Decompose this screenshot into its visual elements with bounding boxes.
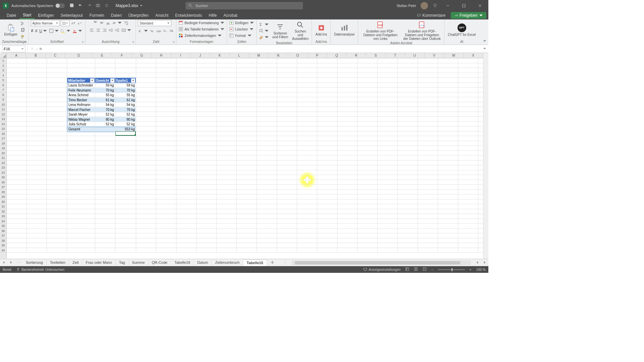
border-icon[interactable] — [49, 28, 59, 34]
col-header[interactable]: F — [112, 53, 132, 58]
row-header[interactable]: 10 — [0, 102, 6, 107]
comma-icon[interactable]: 000 — [156, 28, 161, 34]
menu-tab-überprüfen[interactable]: Überprüfen — [125, 12, 152, 19]
underline-icon[interactable]: U — [39, 28, 48, 34]
col-header[interactable]: O — [288, 53, 308, 58]
comments-button[interactable]: Kommentare — [414, 12, 449, 19]
row-header[interactable]: 17 — [0, 136, 6, 141]
col-header[interactable]: L — [230, 53, 249, 58]
sheet-tab[interactable]: Summe — [129, 259, 149, 266]
col-header[interactable]: G — [132, 53, 152, 58]
autosum-icon[interactable]: Σ — [259, 22, 269, 27]
qat-more-icon[interactable] — [104, 3, 109, 8]
row-header[interactable]: 24 — [0, 170, 6, 175]
col-header[interactable]: P — [308, 53, 327, 58]
format-cells-button[interactable]: Format — [229, 33, 252, 38]
vertical-scrollbar[interactable] — [483, 53, 488, 259]
decrease-indent-icon[interactable] — [108, 27, 114, 33]
view-normal-icon[interactable] — [405, 267, 409, 272]
search-box[interactable]: Suchen — [185, 2, 303, 9]
column-headers[interactable]: ABCDEFGHIJKLMNOPQRSTUVWX — [7, 53, 483, 58]
filter-icon[interactable] — [90, 78, 94, 82]
cell-styles-button[interactable]: Zellenformatvorlagen — [178, 33, 222, 38]
align-right-icon[interactable] — [102, 27, 107, 33]
align-left-icon[interactable] — [89, 27, 95, 33]
cancel-icon[interactable] — [30, 46, 35, 52]
cut-icon[interactable] — [20, 21, 25, 26]
fill-icon[interactable] — [259, 28, 269, 34]
row-header[interactable]: 22 — [0, 161, 6, 166]
sheet-tab[interactable]: Zeit — [69, 259, 82, 266]
align-bottom-icon[interactable] — [105, 20, 111, 25]
autosave-toggle[interactable]: Automatisches Speichern — [11, 3, 65, 8]
scroll-left-icon[interactable] — [474, 261, 481, 265]
filter-icon[interactable] — [131, 78, 135, 82]
minimize-button[interactable] — [442, 1, 453, 10]
row-header[interactable]: 28 — [0, 190, 6, 195]
cells-area[interactable]: MitarbeiterGewichtSpalte1Laura Schneider… — [7, 58, 483, 253]
data-analysis-button[interactable]: Datenanalyse — [333, 23, 356, 37]
menu-tab-datei[interactable]: Datei — [3, 12, 19, 19]
row-header[interactable]: 5 — [0, 78, 6, 83]
row-header[interactable]: 30 — [0, 199, 6, 204]
row-header[interactable]: 19 — [0, 146, 6, 151]
row-header[interactable]: 18 — [0, 141, 6, 146]
active-cell[interactable] — [115, 131, 136, 136]
filter-icon[interactable] — [110, 78, 114, 82]
row-header[interactable]: 7 — [0, 87, 6, 93]
enter-icon[interactable] — [35, 46, 39, 52]
row-header[interactable]: 33 — [0, 214, 6, 219]
align-top-icon[interactable] — [93, 20, 98, 25]
col-header[interactable]: K — [210, 53, 229, 58]
col-header[interactable]: S — [366, 53, 385, 58]
data-table[interactable]: MitarbeiterGewichtSpalte1Laura Schneider… — [67, 78, 136, 132]
sheet-tab[interactable]: Sortierung — [22, 259, 47, 266]
wrap-text-icon[interactable] — [123, 20, 129, 25]
menu-tab-acrobat[interactable]: Acrobat — [220, 12, 240, 19]
tab-nav-more[interactable]: ⋯ — [15, 260, 22, 265]
col-header[interactable]: J — [191, 53, 210, 58]
col-header[interactable]: C — [46, 53, 65, 58]
row-header[interactable]: 8 — [0, 93, 6, 98]
menu-tab-daten[interactable]: Daten — [108, 12, 125, 19]
row-header[interactable]: 38 — [0, 238, 6, 243]
menu-tab-einfügen[interactable]: Einfügen — [35, 12, 57, 19]
row-header[interactable]: 36 — [0, 229, 6, 234]
row-header[interactable]: 3 — [0, 68, 6, 73]
align-middle-icon[interactable] — [99, 20, 104, 25]
col-header[interactable]: H — [152, 53, 171, 58]
view-page-break-icon[interactable] — [423, 267, 427, 272]
format-as-table-button[interactable]: Als Tabelle formatieren — [178, 26, 225, 32]
row-header[interactable]: 27 — [0, 185, 6, 190]
fx-icon[interactable]: fx — [39, 46, 44, 52]
menu-tab-start[interactable]: Start — [19, 12, 35, 19]
select-all-corner[interactable] — [0, 53, 6, 58]
row-header[interactable]: 23 — [0, 165, 6, 170]
undo-icon[interactable] — [78, 3, 83, 8]
maximize-button[interactable] — [458, 1, 470, 10]
increase-decimal-icon[interactable]: ,0 — [162, 28, 168, 34]
currency-icon[interactable]: € — [138, 28, 149, 34]
row-header[interactable]: 12 — [0, 112, 6, 117]
scroll-right-icon[interactable] — [481, 261, 488, 265]
col-header[interactable]: B — [26, 53, 46, 58]
col-header[interactable]: E — [93, 53, 112, 58]
col-header[interactable]: Q — [327, 53, 346, 58]
view-page-layout-icon[interactable] — [414, 267, 418, 272]
menu-tab-hilfe[interactable]: Hilfe — [205, 12, 220, 19]
col-header[interactable]: R — [346, 53, 366, 58]
dialog-launcher-icon[interactable] — [81, 41, 85, 44]
menu-tab-entwicklertools[interactable]: Entwicklertools — [172, 12, 205, 19]
expand-formula-bar-icon[interactable] — [483, 47, 488, 51]
menu-tab-ansicht[interactable]: Ansicht — [152, 12, 172, 19]
increase-font-icon[interactable]: A — [70, 20, 76, 26]
sheet-tab[interactable]: Frau oder Mann — [83, 259, 116, 266]
merge-icon[interactable] — [121, 27, 132, 33]
horizontal-scrollbar[interactable] — [291, 260, 471, 265]
row-header[interactable]: 20 — [0, 151, 6, 156]
col-header[interactable]: N — [269, 53, 288, 58]
fill-color-icon[interactable] — [60, 28, 71, 34]
row-header[interactable]: 35 — [0, 224, 6, 229]
decrease-font-icon[interactable]: A — [77, 20, 82, 26]
diamond-icon[interactable] — [433, 3, 437, 8]
